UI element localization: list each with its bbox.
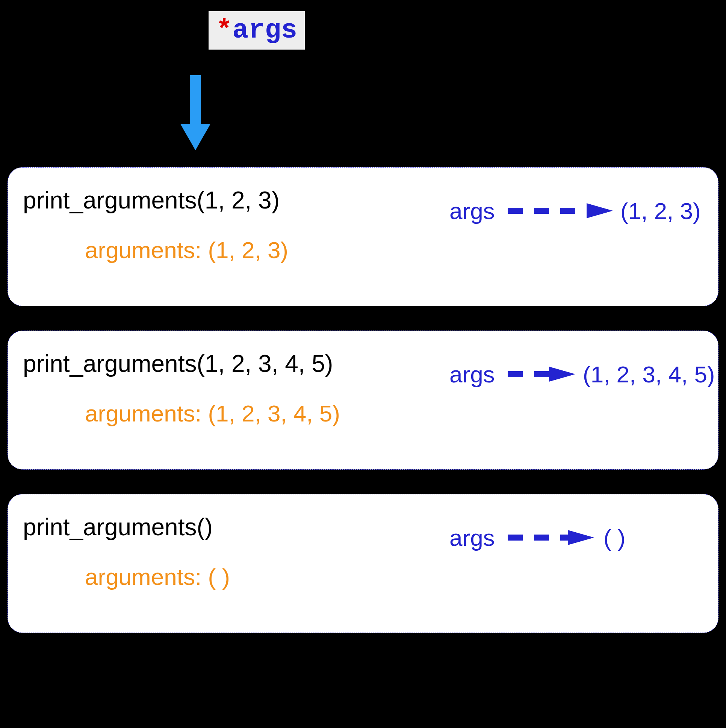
tuple-value: (1, 2, 3, 4, 5) bbox=[583, 361, 715, 388]
example-box-3: print_arguments() arguments: ( ) args ( … bbox=[8, 494, 718, 633]
example-box-1: print_arguments(1, 2, 3) arguments: (1, … bbox=[8, 167, 718, 306]
example-box-2: print_arguments(1, 2, 3, 4, 5) arguments… bbox=[8, 330, 718, 470]
tuple-value: (1, 2, 3) bbox=[620, 197, 701, 224]
tuple-value: ( ) bbox=[603, 525, 626, 551]
args-label: args bbox=[449, 361, 495, 388]
output-line: arguments: (1, 2, 3, 4, 5) bbox=[85, 400, 703, 427]
svg-marker-2 bbox=[587, 203, 613, 218]
svg-marker-4 bbox=[549, 367, 575, 382]
dashed-arrow-icon bbox=[508, 528, 594, 547]
output-line: arguments: ( ) bbox=[85, 563, 703, 590]
dashed-arrow-icon bbox=[508, 365, 575, 384]
down-arrow-icon bbox=[181, 75, 210, 150]
args-label: args bbox=[449, 525, 495, 551]
args-keyword: args bbox=[232, 15, 297, 46]
args-code-box: *args bbox=[208, 11, 305, 50]
svg-marker-6 bbox=[568, 530, 594, 545]
dashed-arrow-icon bbox=[508, 201, 613, 220]
output-line: arguments: (1, 2, 3) bbox=[85, 237, 703, 263]
svg-marker-0 bbox=[181, 75, 210, 150]
star-operator: * bbox=[216, 15, 232, 46]
call-line: print_arguments() bbox=[23, 513, 703, 541]
args-label: args bbox=[449, 197, 495, 224]
